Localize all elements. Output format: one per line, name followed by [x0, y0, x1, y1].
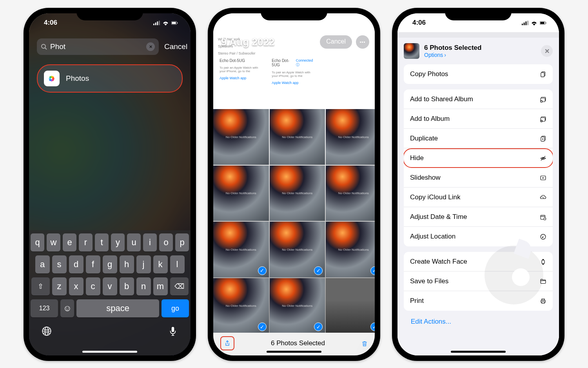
home-indicator[interactable]	[82, 351, 137, 353]
action-label: Print	[410, 297, 424, 305]
delete-key[interactable]: ⌫	[170, 277, 189, 295]
home-indicator[interactable]	[267, 351, 321, 353]
key-m[interactable]: m	[153, 277, 168, 295]
printer-icon	[540, 297, 546, 305]
photo-thumbnail[interactable]: No Older Notifications	[213, 109, 269, 165]
key-d[interactable]: d	[69, 255, 83, 273]
photo-thumbnail[interactable]: No Older Notifications	[213, 166, 269, 221]
thumb-caption: No Older Notifications	[282, 135, 312, 138]
status-bar: 4:06	[213, 13, 375, 32]
share-sheet: 6 Photos Selected Options › ✕ Copy Photo…	[397, 38, 559, 355]
action-slideshow[interactable]: Slideshow	[404, 168, 553, 188]
trash-button[interactable]	[361, 340, 368, 347]
svg-rect-0	[153, 24, 154, 25]
selected-checkmark-icon: ✓	[370, 266, 375, 275]
edit-actions-button[interactable]: Edit Actions...	[404, 316, 553, 333]
photo-thumbnail[interactable]: ✓	[326, 278, 375, 334]
photo-thumbnail[interactable]: No Older Notifications	[326, 109, 375, 165]
go-key[interactable]: go	[162, 299, 189, 317]
key-b[interactable]: b	[120, 277, 134, 295]
duplicate-icon	[540, 135, 546, 142]
action-label: Add to Shared Album	[410, 95, 473, 103]
action-add-shared-album[interactable]: Add to Shared Album	[404, 89, 553, 109]
clear-button[interactable]: ✕	[146, 42, 155, 51]
thumb-caption: No Older Notifications	[282, 191, 312, 195]
svg-rect-1	[155, 22, 156, 25]
key-c[interactable]: c	[86, 277, 100, 295]
photo-thumbnail[interactable]: No Older Notifications	[270, 166, 325, 221]
key-k[interactable]: k	[153, 255, 168, 273]
svg-rect-3	[159, 20, 160, 25]
cloud-link-icon	[540, 193, 546, 201]
photo-thumbnail[interactable]: No Older Notifications✓	[270, 222, 325, 277]
key-l[interactable]: l	[170, 255, 185, 273]
hide-icon	[540, 154, 546, 162]
key-f[interactable]: f	[86, 255, 100, 273]
globe-icon[interactable]	[42, 324, 52, 337]
phone-2: 4:06 Wi-Fi Network Speakers Stereo Pair …	[208, 8, 380, 361]
share-button[interactable]	[220, 336, 234, 350]
emoji-key[interactable]: ☺	[60, 299, 74, 317]
key-h[interactable]: h	[120, 255, 134, 273]
key-v[interactable]: v	[103, 277, 117, 295]
selected-checkmark-icon: ✓	[370, 322, 375, 331]
svg-rect-55	[542, 264, 544, 264]
key-e[interactable]: e	[63, 233, 76, 251]
photo-thumbnail[interactable]: No Older Notifications	[326, 166, 375, 221]
thumb-caption: No Older Notifications	[338, 135, 369, 138]
action-add-album[interactable]: Add to Album	[404, 109, 553, 129]
action-label: Copy Photos	[410, 70, 448, 78]
shift-key[interactable]: ⇧	[31, 277, 50, 295]
key-i[interactable]: i	[143, 233, 157, 251]
key-s[interactable]: s	[52, 255, 67, 273]
photo-thumbnail[interactable]: No Older Notifications✓	[213, 222, 269, 277]
cancel-button[interactable]: Cancel	[164, 42, 187, 51]
svg-rect-36	[541, 73, 544, 77]
search-field[interactable]: ✕	[37, 38, 159, 55]
photo-thumbnail[interactable]: No Older Notifications✓	[326, 222, 375, 277]
key-g[interactable]: g	[103, 255, 117, 273]
key-u[interactable]: u	[127, 233, 141, 251]
numbers-key[interactable]: 123	[31, 299, 58, 317]
key-w[interactable]: w	[47, 233, 60, 251]
key-j[interactable]: j	[136, 255, 151, 273]
action-duplicate[interactable]: Duplicate	[404, 129, 553, 148]
photo-thumbnail[interactable]: No Older Notifications✓	[213, 278, 269, 334]
svg-rect-5	[172, 22, 176, 24]
battery-icon	[171, 20, 178, 26]
thumb-caption: No Older Notifications	[226, 304, 256, 308]
action-copy-photos[interactable]: Copy Photos	[404, 64, 553, 84]
svg-point-40	[541, 101, 542, 101]
status-indicators	[522, 20, 546, 26]
key-r[interactable]: r	[79, 233, 93, 251]
key-y[interactable]: y	[111, 233, 125, 251]
action-hide[interactable]: Hide	[404, 148, 553, 168]
cellular-icon	[522, 20, 528, 26]
key-a[interactable]: a	[35, 255, 50, 273]
action-adjust-location[interactable]: Adjust Location	[404, 227, 553, 246]
key-p[interactable]: p	[175, 233, 189, 251]
photo-thumbnail[interactable]: No Older Notifications✓	[270, 278, 325, 334]
home-indicator[interactable]	[451, 351, 506, 353]
action-label: Slideshow	[410, 174, 441, 182]
action-copy-icloud[interactable]: Copy iCloud Link	[404, 188, 553, 207]
key-o[interactable]: o	[159, 233, 173, 251]
search-icon	[41, 44, 47, 50]
search-input[interactable]	[50, 42, 143, 51]
dictation-icon[interactable]	[168, 324, 178, 337]
key-t[interactable]: t	[95, 233, 109, 251]
more-button[interactable]: •••	[356, 35, 369, 49]
cancel-button[interactable]: Cancel	[320, 35, 352, 49]
play-icon	[540, 174, 546, 182]
close-button[interactable]: ✕	[541, 45, 553, 57]
thumb-caption: No Older Notifications	[226, 135, 256, 138]
key-z[interactable]: z	[52, 277, 67, 295]
photo-thumbnail[interactable]: No Older Notifications	[270, 109, 325, 165]
search-result-photos[interactable]: Photos	[37, 64, 183, 93]
key-n[interactable]: n	[136, 277, 151, 295]
key-x[interactable]: x	[69, 277, 83, 295]
key-q[interactable]: q	[31, 233, 44, 251]
options-button[interactable]: Options ›	[424, 52, 536, 58]
action-adjust-date[interactable]: Adjust Date & Time	[404, 207, 553, 227]
space-key[interactable]: space	[76, 299, 159, 317]
